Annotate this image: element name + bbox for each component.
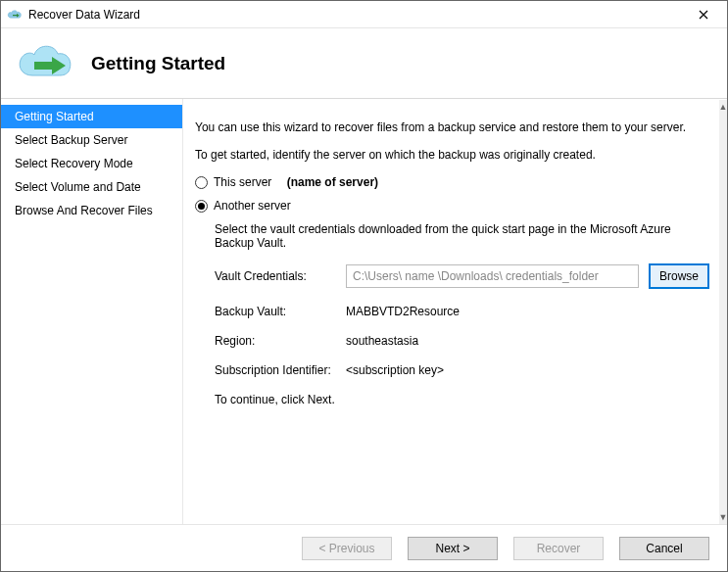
backup-vault-value: MABBVTD2Resource: [346, 305, 460, 318]
radio-another-server-label: Another server: [214, 199, 291, 213]
vault-credentials-label: Vault Credentials:: [215, 269, 346, 283]
vault-credentials-input[interactable]: [346, 264, 639, 288]
browse-button[interactable]: Browse: [649, 263, 709, 289]
radio-icon: [195, 176, 208, 189]
scroll-down-icon[interactable]: ▼: [719, 510, 727, 524]
recover-button: Recover: [513, 537, 604, 560]
radio-icon: [195, 200, 208, 213]
subscription-label: Subscription Identifier:: [215, 363, 346, 377]
step-select-volume-date[interactable]: Select Volume and Date: [1, 175, 182, 199]
page-title: Getting Started: [91, 53, 225, 74]
radio-another-server[interactable]: Another server: [195, 199, 709, 213]
wizard-window: Recover Data Wizard Getting Started Gett…: [0, 0, 728, 572]
continue-text: To continue, click Next.: [215, 393, 709, 406]
subscription-value: <subscription key>: [346, 363, 444, 377]
scroll-track[interactable]: [719, 114, 727, 510]
vault-help-text: Select the vault credentials downloaded …: [215, 222, 709, 250]
step-select-backup-server[interactable]: Select Backup Server: [1, 128, 182, 152]
region-value: southeastasia: [346, 334, 418, 348]
backup-vault-label: Backup Vault:: [215, 305, 346, 318]
vertical-scrollbar[interactable]: ▲ ▼: [719, 100, 727, 524]
backup-vault-row: Backup Vault: MABBVTD2Resource: [215, 305, 709, 318]
identify-server-text: To get started, identify the server on w…: [195, 148, 709, 162]
window-title: Recover Data Wizard: [28, 8, 684, 22]
region-row: Region: southeastasia: [215, 334, 709, 348]
region-label: Region:: [215, 334, 346, 348]
close-button[interactable]: [684, 1, 723, 28]
another-server-panel: Select the vault credentials downloaded …: [215, 222, 709, 406]
wizard-header: Getting Started: [1, 28, 727, 99]
scroll-up-icon[interactable]: ▲: [719, 100, 727, 114]
next-button[interactable]: Next >: [408, 537, 498, 560]
step-select-recovery-mode[interactable]: Select Recovery Mode: [1, 152, 182, 175]
radio-this-server-label: This server: [214, 175, 271, 189]
wizard-footer: < Previous Next > Recover Cancel: [1, 524, 727, 571]
step-browse-recover[interactable]: Browse And Recover Files: [1, 199, 182, 222]
wizard-body: Getting Started Select Backup Server Sel…: [1, 99, 727, 524]
intro-text: You can use this wizard to recover files…: [195, 120, 709, 134]
subscription-row: Subscription Identifier: <subscription k…: [215, 363, 709, 377]
vault-credentials-row: Vault Credentials: Browse: [215, 263, 709, 289]
steps-sidebar: Getting Started Select Backup Server Sel…: [1, 99, 183, 524]
wizard-content: You can use this wizard to recover files…: [183, 99, 727, 524]
step-getting-started[interactable]: Getting Started: [1, 105, 182, 128]
titlebar: Recover Data Wizard: [1, 1, 727, 28]
radio-this-server-detail: (name of server): [287, 175, 378, 189]
previous-button: < Previous: [302, 537, 392, 560]
app-cloud-icon: [7, 7, 23, 23]
radio-this-server[interactable]: This server (name of server): [195, 175, 709, 189]
cloud-arrow-icon: [15, 38, 73, 88]
cancel-button[interactable]: Cancel: [619, 537, 709, 560]
